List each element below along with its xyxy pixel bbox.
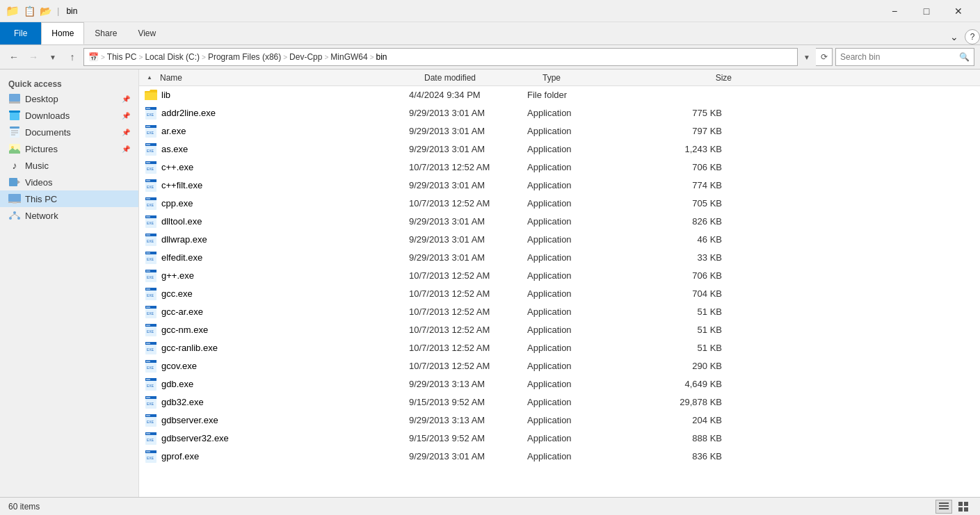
breadcrumb-bar[interactable]: 📅 > This PC > Local Disk (C:) > Program … [83, 48, 798, 66]
refresh-button[interactable]: ⟳ [816, 48, 833, 66]
table-row[interactable]: EXE gcc-ar.exe 10/7/2013 12:52 AM Applic… [139, 303, 980, 321]
sort-up-arrow[interactable]: ▲ [147, 74, 152, 81]
file-name: gcc-ranlib.exe [161, 343, 409, 353]
svg-text:EXE: EXE [147, 149, 154, 153]
network-icon [8, 209, 21, 222]
svg-text:EXE: EXE [147, 438, 154, 442]
maximize-button[interactable]: □ [910, 0, 942, 22]
table-row[interactable]: EXE dllwrap.exe 9/29/2013 3:01 AM Applic… [139, 231, 980, 249]
svg-rect-3 [9, 111, 20, 113]
file-size: 888 KB [652, 433, 722, 443]
table-row[interactable]: EXE gdbserver.exe 9/29/2013 3:13 AM Appl… [139, 411, 980, 430]
minimize-button[interactable]: − [878, 0, 910, 22]
sidebar: Quick access Desktop 📌 Downloads 📌 Docum… [0, 70, 139, 497]
svg-rect-1 [9, 101, 20, 104]
svg-rect-56 [146, 252, 150, 254]
file-type: Application [527, 126, 652, 136]
file-date: 10/7/2013 12:52 AM [409, 325, 527, 335]
file-type: Application [527, 252, 652, 263]
col-header-name[interactable]: Name [157, 70, 421, 85]
sidebar-item-network[interactable]: Network [0, 207, 138, 224]
table-row[interactable]: EXE dlltool.exe 9/29/2013 3:01 AM Applic… [139, 213, 980, 231]
col-header-type[interactable]: Type [540, 70, 665, 85]
table-row[interactable]: EXE elfedit.exe 9/29/2013 3:01 AM Applic… [139, 249, 980, 267]
table-row[interactable]: EXE addr2line.exe 9/29/2013 3:01 AM Appl… [139, 104, 980, 122]
file-size: 4,649 KB [652, 379, 722, 389]
breadcrumb-mingw64[interactable]: MinGW64 [330, 52, 367, 62]
back-button[interactable]: ← [6, 49, 22, 65]
table-row[interactable]: EXE gprof.exe 9/29/2013 3:01 AM Applicat… [139, 448, 980, 466]
search-input[interactable] [840, 52, 959, 62]
svg-rect-52 [146, 234, 150, 236]
sidebar-item-pictures[interactable]: Pictures 📌 [0, 140, 138, 157]
tab-share[interactable]: Share [84, 22, 127, 44]
help-button[interactable]: ? [965, 29, 980, 44]
col-header-date[interactable]: Date modified [421, 70, 540, 85]
svg-rect-48 [146, 216, 150, 218]
file-date: 10/7/2013 12:52 AM [409, 270, 527, 281]
breadcrumb-thispc[interactable]: 📅 [88, 52, 99, 62]
table-row[interactable]: EXE gdb.exe 9/29/2013 3:13 AM Applicatio… [139, 375, 980, 393]
table-row[interactable]: lib 4/4/2024 9:34 PM File folder [139, 86, 980, 104]
close-button[interactable]: ✕ [942, 0, 974, 22]
svg-rect-32 [146, 144, 150, 145]
quick-access-icon: 📁 [6, 4, 19, 17]
file-type: Application [527, 306, 652, 317]
file-name: gcc.exe [161, 288, 409, 299]
file-date: 9/29/2013 3:01 AM [409, 252, 527, 263]
large-icons-view-button[interactable] [955, 500, 972, 514]
col-header-size[interactable]: Size [665, 70, 734, 85]
details-view-button[interactable] [935, 500, 952, 514]
sidebar-item-documents[interactable]: Documents 📌 [0, 124, 138, 140]
exe-icon: EXE [145, 143, 157, 156]
sidebar-item-videos[interactable]: Videos [0, 174, 138, 190]
sidebar-pictures-label: Pictures [25, 144, 58, 154]
sidebar-item-thispc[interactable]: This PC [0, 190, 138, 207]
file-name: c++.exe [161, 162, 409, 172]
table-row[interactable]: EXE gdb32.exe 9/15/2013 9:52 AM Applicat… [139, 393, 980, 411]
table-row[interactable]: EXE gdbserver32.exe 9/15/2013 9:52 AM Ap… [139, 430, 980, 448]
table-row[interactable]: EXE ar.exe 9/29/2013 3:01 AM Application… [139, 122, 980, 140]
svg-rect-106 [964, 502, 968, 506]
svg-point-16 [13, 211, 16, 214]
sidebar-item-desktop[interactable]: Desktop 📌 [0, 90, 138, 107]
table-row[interactable]: EXE c++filt.exe 9/29/2013 3:01 AM Applic… [139, 177, 980, 195]
file-size: 797 KB [652, 126, 722, 136]
svg-rect-5 [10, 126, 19, 129]
newfolder-icon[interactable]: 📂 [40, 6, 51, 17]
properties-icon[interactable]: 📋 [24, 6, 35, 17]
sidebar-item-music[interactable]: ♪ Music [0, 157, 138, 174]
table-row[interactable]: EXE gcov.exe 10/7/2013 12:52 AM Applicat… [139, 357, 980, 375]
table-row[interactable]: EXE c++.exe 10/7/2013 12:52 AM Applicati… [139, 158, 980, 177]
file-name: ar.exe [161, 126, 409, 136]
breadcrumb-devcpp[interactable]: Dev-Cpp [289, 52, 322, 62]
file-name: gprof.exe [161, 451, 409, 461]
table-row[interactable]: EXE g++.exe 10/7/2013 12:52 AM Applicati… [139, 267, 980, 285]
file-date: 9/29/2013 3:01 AM [409, 144, 527, 154]
breadcrumb-localdisk[interactable]: Local Disk (C:) [145, 52, 200, 62]
table-row[interactable]: EXE cpp.exe 10/7/2013 12:52 AM Applicati… [139, 195, 980, 213]
ribbon-tabs: File Home Share View ⌄ ? [0, 22, 980, 44]
table-row[interactable]: EXE gcc-ranlib.exe 10/7/2013 12:52 AM Ap… [139, 339, 980, 357]
tab-home[interactable]: Home [41, 22, 84, 44]
search-icon[interactable]: 🔍 [959, 52, 970, 62]
recent-locations-button[interactable]: ▼ [45, 49, 61, 65]
exe-icon: EXE [145, 378, 157, 391]
sidebar-item-downloads[interactable]: Downloads 📌 [0, 107, 138, 124]
tab-view[interactable]: View [127, 22, 166, 44]
table-row[interactable]: EXE gcc-nm.exe 10/7/2013 12:52 AM Applic… [139, 321, 980, 339]
up-button[interactable]: ↑ [64, 49, 81, 65]
file-name: addr2line.exe [161, 108, 409, 118]
ribbon-expand-button[interactable]: ⌄ [947, 29, 962, 44]
exe-icon: EXE [145, 161, 157, 174]
breadcrumb-thispc-label[interactable]: This PC [107, 52, 137, 62]
search-bar[interactable]: 🔍 [835, 48, 974, 66]
table-row[interactable]: EXE as.exe 9/29/2013 3:01 AM Application… [139, 140, 980, 158]
tab-file[interactable]: File [0, 22, 41, 44]
dropdown-button[interactable]: ▼ [801, 49, 813, 65]
svg-rect-80 [146, 361, 150, 362]
breadcrumb-programfiles[interactable]: Program Files (x86) [208, 52, 281, 62]
table-row[interactable]: EXE gcc.exe 10/7/2013 12:52 AM Applicati… [139, 285, 980, 303]
forward-button[interactable]: → [25, 49, 42, 65]
svg-rect-2 [10, 113, 19, 120]
